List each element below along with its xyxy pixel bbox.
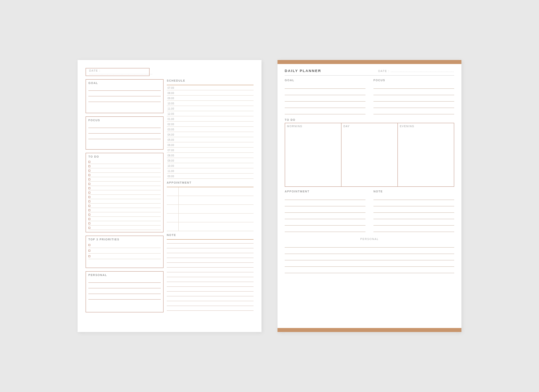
- right-goal-line[interactable]: [285, 109, 365, 114]
- right-note-line[interactable]: [373, 214, 454, 219]
- note-line[interactable]: [167, 254, 254, 258]
- appt-row[interactable]: [167, 187, 254, 196]
- schedule-row[interactable]: 07.00: [167, 148, 254, 153]
- todo-item[interactable]: [88, 173, 161, 177]
- right-appt-line[interactable]: [285, 214, 365, 219]
- personal-line-1[interactable]: [88, 278, 161, 283]
- priority-item[interactable]: [88, 248, 161, 254]
- todo-item[interactable]: [88, 208, 161, 212]
- right-note-line[interactable]: [373, 226, 454, 232]
- schedule-row[interactable]: 06.00: [167, 142, 254, 148]
- schedule-row[interactable]: 08.00: [167, 90, 254, 96]
- right-focus-line[interactable]: [373, 102, 454, 108]
- todo-item[interactable]: [88, 177, 161, 182]
- note-line[interactable]: [167, 292, 254, 296]
- goal-line-3[interactable]: [88, 97, 161, 102]
- appt-row[interactable]: [167, 205, 254, 214]
- focus-line-3[interactable]: [88, 134, 161, 139]
- right-note-line[interactable]: [373, 220, 454, 226]
- right-goal-line[interactable]: [285, 102, 365, 108]
- day-col[interactable]: DAY: [341, 123, 398, 186]
- schedule-row[interactable]: 10.00: [167, 163, 254, 168]
- schedule-row[interactable]: 10.00: [167, 101, 254, 106]
- focus-line-1[interactable]: [88, 123, 161, 128]
- right-goal-line[interactable]: [285, 90, 365, 95]
- appt-row[interactable]: [167, 214, 254, 222]
- schedule-row[interactable]: 11.00: [167, 106, 254, 111]
- right-personal-line[interactable]: [285, 255, 454, 260]
- note-line[interactable]: [167, 278, 254, 282]
- right-goal-line[interactable]: [285, 83, 365, 89]
- right-personal-line[interactable]: [285, 268, 454, 273]
- note-line[interactable]: [167, 268, 254, 272]
- todo-item[interactable]: [88, 226, 161, 230]
- todo-item[interactable]: [88, 195, 161, 199]
- appt-row[interactable]: [167, 196, 254, 205]
- right-focus-line[interactable]: [373, 109, 454, 114]
- note-line[interactable]: [167, 283, 254, 287]
- todo-item[interactable]: [88, 204, 161, 208]
- todo-item[interactable]: [88, 164, 161, 168]
- schedule-row[interactable]: 00.00: [167, 174, 254, 179]
- personal-line-3[interactable]: [88, 289, 161, 294]
- schedule-row[interactable]: 11.00: [167, 168, 254, 174]
- right-focus-line[interactable]: [373, 90, 454, 95]
- note-line[interactable]: [167, 297, 254, 301]
- right-appt-line[interactable]: [285, 220, 365, 226]
- note-line[interactable]: [167, 273, 254, 277]
- schedule-row[interactable]: 08.00: [167, 153, 254, 158]
- note-line[interactable]: [167, 264, 254, 268]
- right-appt-line[interactable]: [285, 226, 365, 232]
- schedule-row[interactable]: 03.00: [167, 127, 254, 132]
- schedule-row[interactable]: 07.00: [167, 85, 254, 90]
- right-note-line[interactable]: [373, 201, 454, 206]
- note-line[interactable]: [167, 288, 254, 292]
- todo-item[interactable]: [88, 199, 161, 204]
- personal-line-4[interactable]: [88, 295, 161, 300]
- right-note-line[interactable]: [373, 194, 454, 200]
- right-appt-line[interactable]: [285, 194, 365, 200]
- note-line[interactable]: [167, 302, 254, 306]
- schedule-row[interactable]: 01.00: [167, 116, 254, 122]
- right-appt-line[interactable]: [285, 201, 365, 206]
- morning-col[interactable]: MORNING: [285, 123, 341, 186]
- todo-item[interactable]: [88, 182, 161, 186]
- right-personal-line[interactable]: [285, 248, 454, 254]
- priority-item[interactable]: [88, 254, 161, 259]
- right-goal-line[interactable]: [285, 96, 365, 102]
- evening-col[interactable]: EVENING: [398, 123, 454, 186]
- todo-item[interactable]: [88, 217, 161, 221]
- schedule-row[interactable]: 09.00: [167, 158, 254, 163]
- right-appt-line[interactable]: [285, 207, 365, 213]
- note-line[interactable]: [167, 249, 254, 253]
- note-line[interactable]: [167, 307, 254, 311]
- right-note-line[interactable]: [373, 207, 454, 213]
- note-line[interactable]: [167, 259, 254, 263]
- note-line[interactable]: [167, 244, 254, 248]
- right-focus-line[interactable]: [373, 96, 454, 102]
- focus-line-2[interactable]: [88, 129, 161, 134]
- todo-item[interactable]: [88, 221, 161, 226]
- appt-row[interactable]: [167, 222, 254, 231]
- goal-line-1[interactable]: [88, 86, 161, 91]
- left-date-field[interactable]: DATE : .................................…: [86, 68, 150, 76]
- priority-item[interactable]: [88, 242, 161, 248]
- todo-item[interactable]: [88, 186, 161, 190]
- note-line[interactable]: [167, 240, 254, 244]
- schedule-row[interactable]: 05.00: [167, 137, 254, 142]
- todo-item[interactable]: [88, 212, 161, 217]
- schedule-row[interactable]: 04.00: [167, 132, 254, 137]
- personal-line-2[interactable]: [88, 284, 161, 288]
- right-focus-line[interactable]: [373, 83, 454, 89]
- todo-item[interactable]: [88, 168, 161, 173]
- schedule-row[interactable]: 09.00: [167, 96, 254, 101]
- right-personal-line[interactable]: [285, 261, 454, 267]
- todo-item[interactable]: [88, 190, 161, 195]
- schedule-row[interactable]: 12.00: [167, 111, 254, 116]
- todo-item[interactable]: [88, 160, 161, 164]
- personal-section: PERSONAL: [86, 271, 164, 312]
- goal-line-2[interactable]: [88, 92, 161, 96]
- right-date-field[interactable]: DATE : .................................…: [378, 70, 454, 72]
- schedule-row[interactable]: 02.00: [167, 122, 254, 127]
- right-personal-line[interactable]: [285, 242, 454, 248]
